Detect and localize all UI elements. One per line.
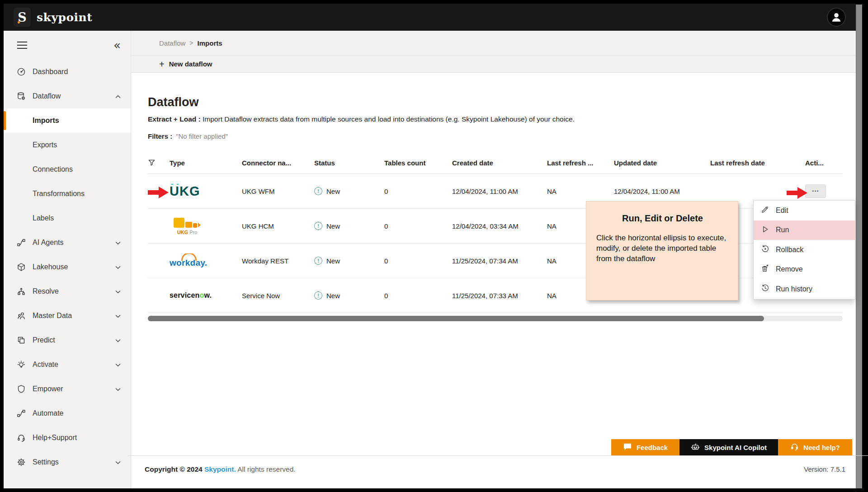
- sidebar-item-lakehouse[interactable]: Lakehouse: [4, 255, 131, 279]
- sidebar-item-dataflow[interactable]: Dataflow: [4, 84, 131, 108]
- status-info-icon: !: [314, 222, 322, 230]
- sidebar-item-label: Transformations: [33, 190, 85, 198]
- table-row[interactable]: UKG UKG WFM !New 0 12/04/2024, 11:00 AM …: [148, 174, 843, 209]
- filters-row: Filters :"No filter applied": [148, 131, 856, 141]
- menu-item-edit[interactable]: Edit: [754, 201, 855, 220]
- history-icon: [761, 284, 769, 294]
- col-header-last-refresh-date[interactable]: Last refresh date: [710, 159, 805, 167]
- menu-item-remove[interactable]: Remove: [754, 260, 855, 280]
- feedback-button[interactable]: Feedback: [611, 439, 679, 455]
- annotation-callout: Run, Edit or Delete Click the horizontal…: [586, 201, 738, 300]
- menu-item-label: Rollback: [776, 246, 803, 254]
- sidebar-item-label: Settings: [33, 458, 59, 466]
- created-date: 12/04/2024, 03:34 AM: [452, 222, 547, 230]
- col-header-connector-name[interactable]: Connector na...: [242, 159, 314, 167]
- squares-icon: [16, 336, 26, 345]
- trash-icon: [761, 264, 769, 275]
- sidebar-item-master-data[interactable]: Master Data: [4, 304, 131, 328]
- hierarchy-icon: [16, 287, 26, 296]
- database-gear-icon: [16, 92, 26, 101]
- ukg-pro-logo: UKG Pro: [170, 217, 205, 235]
- col-header-updated-date[interactable]: Updated date: [614, 159, 710, 167]
- sidebar-item-label: Master Data: [33, 312, 72, 320]
- description-bold: Extract + Load :: [148, 115, 201, 123]
- col-header-last-refresh[interactable]: Last refresh ...: [547, 159, 614, 167]
- sidebar-item-label: Predict: [33, 336, 55, 344]
- description-text: Import Dataflow extracts data from multi…: [201, 115, 575, 123]
- col-header-type[interactable]: Type: [170, 159, 242, 167]
- sidebar-item-help-support[interactable]: Help+Support: [4, 426, 131, 450]
- copyright-text: Copyright © 2024 Skypoint. All rights re…: [145, 465, 296, 473]
- collapse-sidebar-icon[interactable]: «: [113, 39, 121, 51]
- status-badge: New: [326, 187, 340, 195]
- breadcrumb-parent[interactable]: Dataflow: [159, 39, 185, 47]
- header-strip: Dataflow > Imports + New dataflow: [131, 31, 856, 73]
- col-header-actions[interactable]: Acti...: [805, 159, 843, 167]
- chevron-down-icon: [115, 385, 121, 393]
- tables-count: 0: [384, 257, 452, 265]
- hamburger-menu-icon[interactable]: [17, 42, 27, 49]
- page-title: Dataflow: [148, 94, 856, 110]
- sidebar-item-connections[interactable]: Connections: [4, 157, 131, 182]
- skypoint-link[interactable]: Skypoint.: [204, 465, 236, 473]
- sidebar-item-automate[interactable]: Automate: [4, 401, 131, 426]
- need-help-button[interactable]: Need help?: [778, 439, 852, 455]
- sidebar-item-resolve[interactable]: Resolve: [4, 279, 131, 304]
- people-icon: [16, 311, 26, 321]
- dataflow-table: Type Connector na... Status Tables count…: [148, 152, 843, 321]
- menu-item-run[interactable]: Run: [754, 220, 855, 240]
- new-dataflow-button[interactable]: + New dataflow: [159, 60, 212, 69]
- window-scrollbar[interactable]: [856, 5, 862, 488]
- breadcrumb-current: Imports: [198, 39, 222, 47]
- gauge-icon: [16, 67, 26, 77]
- table-row[interactable]: UKG Pro UKG HCM !New 0 12/04/2024, 03:34…: [148, 209, 843, 244]
- menu-item-run-history[interactable]: Run history: [754, 279, 855, 299]
- sidebar-item-ai-agents[interactable]: AI Agents: [4, 230, 131, 255]
- filter-icon[interactable]: [148, 159, 170, 168]
- status-badge: New: [326, 222, 340, 230]
- chevron-down-icon: [115, 336, 121, 344]
- chevron-down-icon: [115, 239, 121, 247]
- headset-icon: [16, 433, 26, 443]
- page-description: Extract + Load : Import Dataflow extract…: [148, 114, 856, 124]
- need-help-label: Need help?: [803, 444, 840, 451]
- scrollbar-thumb[interactable]: [148, 316, 764, 321]
- connector-name: UKG WFM: [242, 187, 314, 195]
- row-actions-ellipsis-icon[interactable]: ...: [805, 184, 826, 198]
- sidebar-item-label: Help+Support: [33, 434, 77, 442]
- sidebar-item-empower[interactable]: Empower: [4, 377, 131, 401]
- skypoint-logo-icon[interactable]: S: [14, 8, 31, 27]
- col-header-created-date[interactable]: Created date: [452, 159, 547, 167]
- col-header-tables-count[interactable]: Tables count: [384, 159, 452, 167]
- horizontal-scrollbar[interactable]: [148, 316, 843, 321]
- sidebar-item-settings[interactable]: Settings: [4, 450, 131, 474]
- sidebar-item-dashboard[interactable]: Dashboard: [4, 60, 131, 84]
- sidebar-item-activate[interactable]: Activate: [4, 352, 131, 377]
- table-row[interactable]: workday. Workday REST !New 0 11/25/2024,…: [148, 244, 843, 278]
- sidebar-item-label: Lakehouse: [33, 263, 68, 271]
- connector-name: Workday REST: [242, 257, 314, 265]
- sidebar: « Dashboard Dataflow Imports Exports: [4, 31, 131, 488]
- status-info-icon: !: [314, 257, 322, 265]
- filters-value: "No filter applied": [176, 132, 228, 140]
- sidebar-item-transformations[interactable]: Transformations: [4, 182, 131, 206]
- breadcrumb: Dataflow > Imports: [131, 31, 856, 56]
- logo-orange-dot: [18, 21, 20, 23]
- sidebar-item-labels[interactable]: Labels: [4, 206, 131, 230]
- table-row[interactable]: servicenow. Service Now !New 0 11/25/202…: [148, 278, 843, 313]
- sidebar-item-predict[interactable]: Predict: [4, 328, 131, 352]
- tables-count: 0: [384, 222, 452, 230]
- sidebar-item-exports[interactable]: Exports: [4, 133, 131, 157]
- footer-divider: [128, 455, 868, 456]
- filters-label: Filters :: [148, 132, 172, 140]
- menu-item-rollback[interactable]: Rollback: [754, 240, 855, 260]
- col-header-status[interactable]: Status: [314, 159, 384, 167]
- user-avatar[interactable]: [827, 8, 846, 27]
- menu-item-label: Run: [776, 226, 789, 234]
- sidebar-nav: Dashboard Dataflow Imports Exports Conne…: [4, 60, 131, 488]
- sidebar-item-imports[interactable]: Imports: [4, 108, 131, 133]
- callout-title: Run, Edit or Delete: [596, 213, 729, 224]
- skypoint-ai-copilot-button[interactable]: Skypoint AI Copilot: [679, 439, 778, 455]
- servicenow-logo: servicenow.: [170, 291, 212, 299]
- chevron-down-icon: [115, 287, 121, 295]
